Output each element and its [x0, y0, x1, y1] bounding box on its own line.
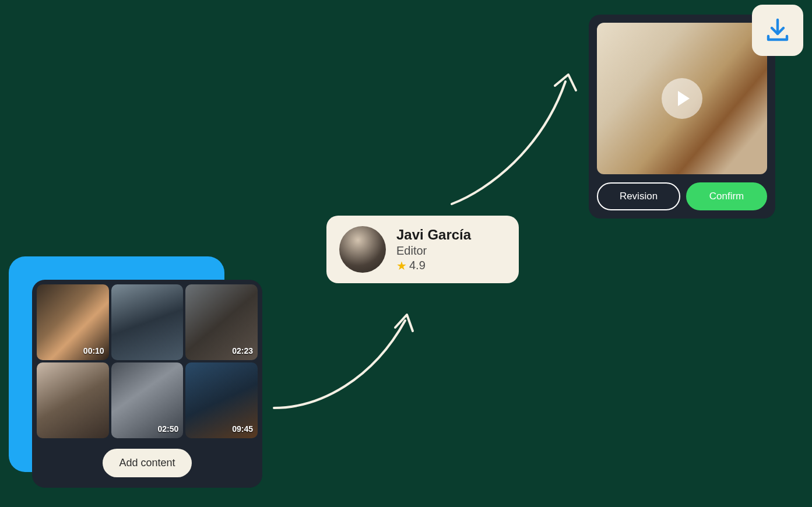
thumbnails-grid: 00:10 02:23 02:50 09:45 [37, 284, 258, 438]
play-button[interactable] [662, 78, 702, 119]
avatar [339, 226, 386, 273]
editor-card[interactable]: Javi García Editor ★ 4.9 [326, 216, 519, 283]
editor-info: Javi García Editor ★ 4.9 [396, 227, 471, 273]
video-thumbnail[interactable] [37, 362, 109, 438]
confirm-button[interactable]: Confirm [686, 182, 767, 210]
preview-actions: Revision Confirm [597, 182, 767, 210]
rating-value: 4.9 [409, 259, 426, 272]
video-thumbnail[interactable]: 09:45 [185, 362, 258, 438]
thumbnail-timestamp: 09:45 [232, 424, 253, 434]
thumbnail-timestamp: 00:10 [83, 346, 104, 355]
preview-card: Revision Confirm [589, 15, 775, 219]
editor-role: Editor [396, 244, 471, 258]
add-content-button[interactable]: Add content [103, 449, 191, 477]
play-icon [678, 91, 690, 106]
download-icon [764, 16, 792, 44]
content-grid-card: 00:10 02:23 02:50 09:45 Add content [32, 280, 262, 488]
flow-arrow-icon [443, 50, 589, 213]
video-thumbnail[interactable] [111, 284, 184, 360]
preview-video[interactable] [597, 23, 767, 174]
video-thumbnail[interactable]: 00:10 [37, 284, 109, 360]
star-icon: ★ [396, 259, 407, 273]
editor-rating: ★ 4.9 [396, 259, 471, 273]
thumbnail-timestamp: 02:23 [232, 346, 253, 355]
flow-arrow-icon [268, 286, 431, 420]
video-thumbnail[interactable]: 02:50 [111, 362, 184, 438]
download-button[interactable] [752, 5, 803, 56]
video-thumbnail[interactable]: 02:23 [185, 284, 258, 360]
thumbnail-timestamp: 02:50 [158, 424, 179, 434]
revision-button[interactable]: Revision [597, 182, 680, 210]
editor-name: Javi García [396, 227, 471, 243]
